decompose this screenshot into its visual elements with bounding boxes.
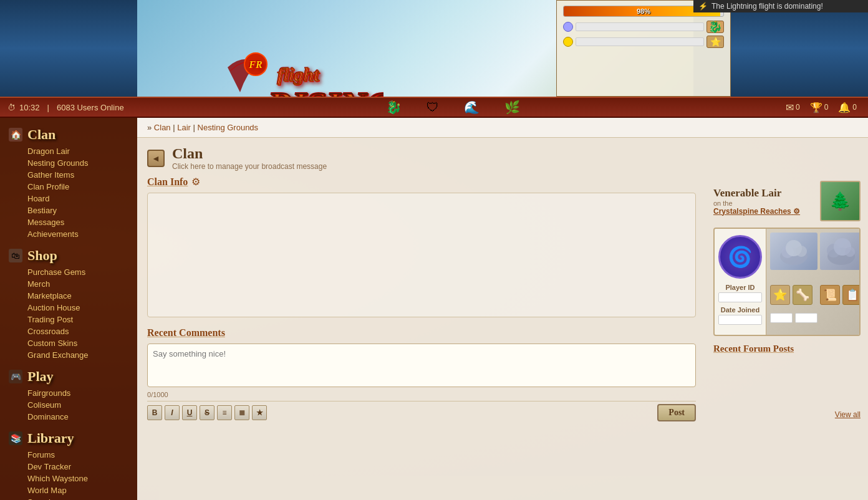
nav-bar: ⏱ 10:32 | 6083 Users Online 🐉 🛡 🌊 🌿 ✉ 0 … (0, 97, 868, 118)
profile-counts-row (770, 313, 817, 331)
sidebar-item-messages[interactable]: Messages (0, 216, 137, 228)
toolbar-list-ordered[interactable]: ≣ (234, 405, 249, 420)
emblem-spiral-icon: 🌀 (728, 245, 753, 269)
toolbar-list-unordered[interactable]: ≡ (217, 405, 232, 420)
item-book-icon[interactable]: 📋 (842, 285, 861, 305)
online-users: 6083 Users Online (49, 103, 132, 112)
notification-text: The Lightning flight is dominating! (711, 2, 823, 11)
gem-right-icon: 🐉 (706, 21, 724, 33)
dragon-thumb-1[interactable] (770, 233, 817, 278)
sidebar-item-marketplace[interactable]: Marketplace (0, 290, 137, 302)
toolbar-underline[interactable]: U (182, 405, 197, 420)
max-chars: 1000 (153, 391, 168, 398)
dragon-thumb-2[interactable] (820, 233, 861, 278)
nav-achievements[interactable]: 🏆 0 (806, 102, 832, 113)
toolbar-italic[interactable]: I (165, 405, 180, 420)
comment-toolbar: B I U S ≡ ≣ ★ Post (147, 401, 696, 424)
nav-icon-leaf[interactable]: 🌿 (504, 100, 520, 115)
sidebar-item-dragon-lair[interactable]: Dragon Lair (0, 145, 137, 157)
sidebar-library-header[interactable]: 📚 Library (0, 428, 137, 449)
toolbar-bold[interactable]: B (147, 405, 162, 420)
broadcast-message[interactable]: Click here to manage your broadcast mess… (172, 162, 327, 171)
item-scroll-icon[interactable]: 📜 (820, 285, 840, 305)
sidebar-item-crossroads[interactable]: Crossroads (0, 325, 137, 337)
breadcrumb-nesting[interactable]: Nesting Grounds (198, 123, 259, 132)
gem-bar (576, 22, 704, 31)
clan-section-title: Clan (27, 127, 55, 143)
forum-posts-list (713, 358, 861, 408)
svg-point-11 (845, 247, 855, 257)
play-section-title: Play (27, 368, 54, 385)
comments-section: Recent Comments 0/1000 B I U S ≡ ≣ ★ (147, 327, 696, 424)
comments-title: Recent Comments (147, 327, 225, 339)
content-body: Clan Info ⚙ Recent Comments 0/1000 (137, 176, 868, 434)
forum-title: Recent Forum Posts (713, 344, 861, 354)
sidebar-item-nesting-grounds[interactable]: Nesting Grounds (0, 157, 137, 169)
nav-messages[interactable]: ✉ 0 (782, 102, 804, 113)
date-joined-label: Date Joined (721, 306, 760, 314)
sidebar: 🏠 Clan Dragon Lair Nesting Grounds Gathe… (0, 118, 137, 500)
shop-section-title: Shop (27, 248, 57, 264)
sidebar-item-which-waystone[interactable]: Which Waystone (0, 473, 137, 484)
sidebar-item-world-map[interactable]: World Map (0, 484, 137, 496)
nav-icons-right: ✉ 0 🏆 0 🔔 0 (774, 102, 868, 113)
play-section-icon: 🎮 (9, 370, 22, 383)
profile-card: 🌀 Player ID Date Joined (713, 228, 861, 336)
sidebar-item-fairgrounds[interactable]: Fairgrounds (0, 387, 137, 399)
sidebar-item-clan-profile[interactable]: Clan Profile (0, 181, 137, 193)
back-button[interactable]: ◄ (147, 150, 165, 167)
clock-icon: ⏱ (7, 103, 16, 112)
item-star-icon[interactable]: ⭐ (770, 285, 790, 305)
sidebar-play-header[interactable]: 🎮 Play (0, 366, 137, 387)
nav-icon-dragon[interactable]: 🐉 (386, 100, 402, 115)
sidebar-shop-header[interactable]: 🛍 Shop (0, 245, 137, 266)
lair-location-name: Crystalspine Reaches (713, 207, 791, 216)
sidebar-item-bestiary[interactable]: Bestiary (0, 204, 137, 216)
sidebar-item-dev-tracker[interactable]: Dev Tracker (0, 461, 137, 473)
sidebar-item-merch[interactable]: Merch (0, 278, 137, 290)
toolbar-strikethrough[interactable]: S (200, 405, 215, 420)
coin-bar (576, 37, 704, 46)
sidebar-item-forums[interactable]: Forums (0, 449, 137, 461)
sidebar-item-custom-skins[interactable]: Custom Skins (0, 337, 137, 349)
nav-notifications[interactable]: 🔔 0 (834, 102, 861, 113)
clan-title-area: Clan Click here to manage your broadcast… (172, 145, 327, 171)
nav-icon-wave[interactable]: 🌊 (464, 100, 480, 115)
sidebar-item-gather-items[interactable]: Gather Items (0, 169, 137, 181)
nav-icons-center: 🐉 🛡 🌊 🌿 (132, 100, 774, 115)
clan-info-gear-icon[interactable]: ⚙ (191, 176, 200, 188)
item-wing-icon[interactable]: 🦴 (793, 285, 813, 305)
svg-point-7 (796, 246, 807, 257)
breadcrumb-lair[interactable]: Lair (177, 123, 191, 132)
sidebar-item-achievements[interactable]: Achievements (0, 228, 137, 240)
lair-settings-icon[interactable]: ⚙ (793, 207, 800, 216)
sidebar-item-search[interactable]: Search (0, 496, 137, 500)
lair-loc-text: Venerable Lair on the Crystalspine Reach… (713, 187, 815, 216)
lightning-icon: ⚡ (698, 2, 708, 11)
header: FR flight RISING 98% 🐉 ⭐ (0, 0, 868, 97)
sidebar-item-auction-house[interactable]: Auction House (0, 302, 137, 314)
recent-forum-section: Recent Forum Posts View all (713, 344, 861, 419)
sidebar-item-dominance[interactable]: Dominance (0, 411, 137, 423)
post-button[interactable]: Post (657, 404, 696, 421)
sidebar-item-hoard[interactable]: Hoard (0, 193, 137, 204)
lair-location-link[interactable]: Crystalspine Reaches ⚙ (713, 207, 815, 216)
sidebar-item-purchase-gems[interactable]: Purchase Gems (0, 266, 137, 278)
sidebar-item-trading-post[interactable]: Trading Post (0, 314, 137, 325)
bell-icon: 🔔 (838, 102, 851, 113)
lair-on-text: on the (713, 200, 815, 207)
breadcrumb-clan[interactable]: Clan (154, 123, 171, 132)
gem-icon (563, 22, 573, 32)
sidebar-item-grand-exchange[interactable]: Grand Exchange (0, 349, 137, 361)
char-count: 0/1000 (147, 390, 696, 400)
trophy-icon: 🏆 (810, 102, 822, 113)
current-chars: 0 (147, 391, 151, 398)
view-all-link[interactable]: View all (713, 410, 861, 419)
nav-icon-shield[interactable]: 🛡 (427, 100, 439, 115)
toolbar-special[interactable]: ★ (252, 405, 267, 420)
clan-info-section: Clan Info ⚙ (147, 176, 696, 317)
sidebar-item-coliseum[interactable]: Coliseum (0, 399, 137, 411)
sidebar-clan-header[interactable]: 🏠 Clan (0, 124, 137, 145)
nav-time: ⏱ 10:32 (0, 103, 47, 112)
comments-textarea[interactable] (147, 344, 696, 387)
